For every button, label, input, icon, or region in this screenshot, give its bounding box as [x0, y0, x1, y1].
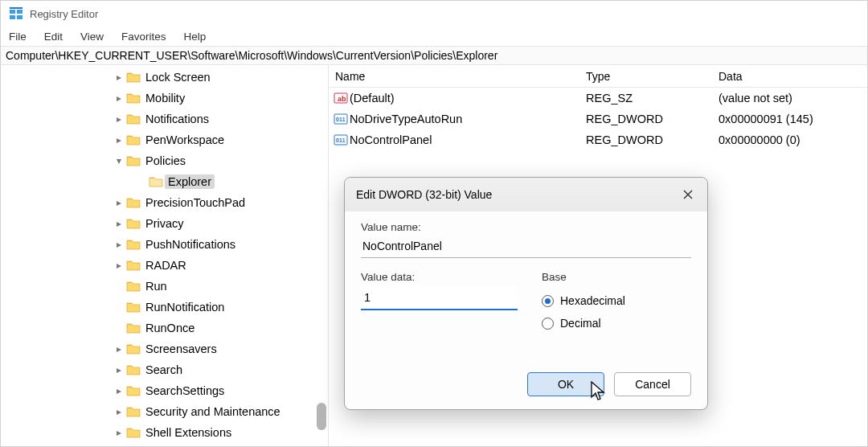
tree-item[interactable]: ▸ Lock Screen — [1, 67, 328, 88]
tree-item-label: SearchSettings — [142, 383, 227, 398]
folder-icon — [125, 405, 142, 418]
tree-item[interactable]: ▸ Mobility — [1, 88, 328, 109]
radio-icon — [542, 295, 554, 307]
tree-item[interactable]: ▸ Privacy — [1, 213, 328, 234]
folder-icon — [125, 384, 142, 397]
ok-button[interactable]: OK — [527, 372, 604, 396]
tree-item-label: Search — [142, 363, 186, 377]
edit-dword-dialog: Edit DWORD (32-bit) Value Value name: Va… — [344, 177, 708, 410]
tree-item-label: Run — [142, 279, 170, 293]
col-type[interactable]: Type — [586, 70, 719, 83]
chevron-right-icon[interactable]: ▸ — [113, 113, 125, 125]
tree-item[interactable]: ▸ Shell Extensions — [1, 422, 328, 443]
tree-item-label: Mobility — [142, 91, 188, 105]
tree-item-label: Notifications — [142, 112, 212, 126]
tree-item[interactable]: ▸ PrecisionTouchPad — [1, 192, 328, 213]
radio-hexadecimal[interactable]: Hexadecimal — [542, 289, 691, 312]
value-data: (value not set) — [719, 92, 867, 105]
tree-item[interactable]: ▸ SearchSettings — [1, 380, 328, 401]
value-data-field[interactable] — [361, 286, 518, 310]
value-type: REG_DWORD — [586, 133, 719, 146]
folder-icon — [125, 71, 142, 84]
value-name: NoControlPanel — [350, 133, 586, 146]
chevron-right-icon[interactable]: ▸ — [113, 406, 125, 417]
value-row[interactable]: 011 NoDriveTypeAutoRunREG_DWORD0x0000009… — [329, 109, 867, 129]
tree-item[interactable]: ▸ Security and Maintenance — [1, 401, 328, 422]
menu-favorites[interactable]: Favorites — [121, 31, 166, 43]
tree-item-label: RADAR — [142, 258, 190, 273]
value-type: REG_DWORD — [586, 113, 719, 125]
chevron-right-icon[interactable]: ▸ — [113, 260, 125, 271]
regedit-app-icon — [9, 6, 23, 21]
tree-item-label: Shell Extensions — [142, 425, 235, 440]
address-path: Computer\HKEY_CURRENT_USER\Software\Micr… — [6, 49, 497, 62]
tree-item[interactable]: ▸ PushNotifications — [1, 234, 328, 255]
chevron-right-icon[interactable]: ▸ — [113, 385, 125, 396]
tree-view[interactable]: ▸ Lock Screen▸ Mobility▸ Notifications▸ … — [1, 65, 329, 446]
tree-item-label: PushNotifications — [142, 237, 239, 252]
tree-item[interactable]: ▸ Search — [1, 359, 328, 380]
tree-item-label: RunNotification — [142, 300, 227, 314]
menu-view[interactable]: View — [80, 31, 104, 43]
folder-icon — [125, 92, 142, 105]
svg-rect-2 — [10, 15, 15, 19]
tree-item[interactable]: Explorer — [1, 171, 328, 192]
chevron-right-icon[interactable]: ▸ — [113, 134, 125, 146]
tree-item[interactable]: RunNotification — [1, 297, 328, 318]
cancel-button[interactable]: Cancel — [614, 372, 691, 396]
chevron-right-icon[interactable]: ▸ — [113, 72, 125, 83]
dialog-title: Edit DWORD (32-bit) Value — [356, 188, 492, 201]
tree-item[interactable]: ▸ PenWorkspace — [1, 129, 328, 150]
menubar: File Edit View Favorites Help — [1, 27, 867, 46]
folder-icon — [125, 154, 142, 167]
close-icon[interactable] — [680, 187, 696, 203]
value-row[interactable]: ab (Default)REG_SZ(value not set) — [329, 88, 867, 109]
chevron-right-icon[interactable]: ▸ — [113, 239, 125, 250]
value-row[interactable]: 011 NoControlPanelREG_DWORD0x00000000 (0… — [329, 129, 867, 150]
chevron-right-icon[interactable]: ▸ — [113, 364, 125, 375]
tree-item[interactable]: ▸ Notifications — [1, 109, 328, 129]
tree-item[interactable]: ▾ Policies — [1, 150, 328, 171]
dword-value-icon: 011 — [332, 113, 350, 125]
chevron-right-icon[interactable]: ▸ — [113, 218, 125, 229]
radio-decimal[interactable]: Decimal — [542, 312, 691, 334]
tree-scrollbar-thumb[interactable] — [317, 403, 326, 430]
folder-icon — [125, 426, 142, 439]
value-name-field[interactable] — [361, 236, 691, 258]
menu-file[interactable]: File — [9, 31, 27, 43]
tree-item-label: Explorer — [165, 174, 215, 189]
chevron-right-icon[interactable]: ▸ — [113, 343, 125, 355]
folder-icon — [125, 133, 142, 146]
address-bar[interactable]: Computer\HKEY_CURRENT_USER\Software\Micr… — [1, 46, 867, 65]
chevron-down-icon[interactable]: ▾ — [113, 155, 125, 166]
value-data: 0x00000000 (0) — [719, 133, 867, 146]
svg-text:011: 011 — [336, 117, 346, 122]
tree-item-label: Lock Screen — [142, 70, 214, 84]
chevron-right-icon[interactable]: ▸ — [113, 92, 125, 104]
value-type: REG_SZ — [586, 92, 719, 105]
menu-help[interactable]: Help — [184, 31, 207, 43]
tree-item-label: Security and Maintenance — [142, 404, 284, 419]
dialog-titlebar[interactable]: Edit DWORD (32-bit) Value — [345, 178, 707, 211]
folder-icon — [125, 322, 142, 334]
folder-icon — [147, 175, 165, 188]
tree-item-label: Screensavers — [142, 342, 220, 356]
tree-item[interactable]: ▸ Screensavers — [1, 338, 328, 359]
list-columns: Name Type Data — [329, 65, 867, 88]
tree-item[interactable]: ▸ RADAR — [1, 255, 328, 276]
folder-icon — [125, 259, 142, 272]
chevron-right-icon[interactable]: ▸ — [113, 427, 125, 438]
col-name[interactable]: Name — [329, 70, 586, 83]
radio-icon — [542, 318, 554, 330]
app-title: Registry Editor — [30, 8, 98, 20]
folder-icon — [125, 280, 142, 293]
tree-item-label: PenWorkspace — [142, 133, 227, 147]
tree-item[interactable]: Run — [1, 276, 328, 297]
radio-dec-label: Decimal — [560, 317, 601, 330]
folder-icon — [125, 301, 142, 314]
chevron-right-icon[interactable]: ▸ — [113, 197, 125, 208]
menu-edit[interactable]: Edit — [44, 31, 63, 43]
col-data[interactable]: Data — [719, 70, 867, 83]
tree-item-label: PrecisionTouchPad — [142, 195, 248, 210]
tree-item[interactable]: RunOnce — [1, 318, 328, 338]
